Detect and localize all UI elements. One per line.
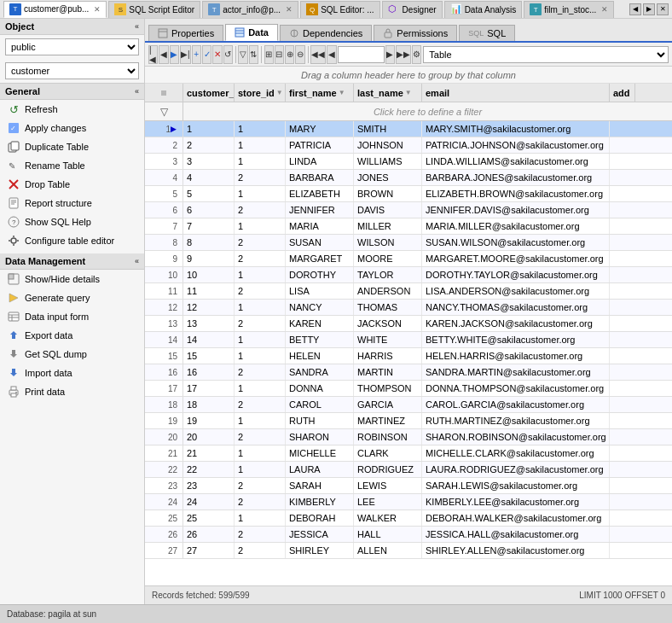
cell-customer_id[interactable]: 20 — [183, 429, 235, 445]
cell-store_id[interactable]: 1 — [235, 445, 286, 461]
cell-first_name[interactable]: CAROL — [286, 397, 354, 412]
tab-prev-btn[interactable]: ◀ — [629, 3, 641, 15]
cell-customer_id[interactable]: 6 — [183, 202, 235, 218]
save-btn[interactable]: ✓ — [202, 45, 211, 64]
nav-prev-btn[interactable]: ◀ — [159, 45, 168, 64]
cell-email[interactable]: SARAH.LEWIS@sakilacustomer.org — [422, 478, 610, 493]
export-item[interactable]: Export data — [0, 326, 144, 345]
cell-first_name[interactable]: BETTY — [286, 332, 354, 347]
cell-first_name[interactable]: ELIZABETH — [286, 186, 354, 201]
table-row[interactable]: 18182CAROLGARCIACAROL.GARCIA@sakilacusto… — [145, 397, 672, 413]
cell-store_id[interactable]: 2 — [235, 478, 286, 493]
nav-last-btn[interactable]: + — [192, 45, 201, 64]
cell-first_name[interactable]: LAURA — [286, 462, 354, 477]
cell-first_name[interactable]: DOROTHY — [286, 267, 354, 282]
cell-store_id[interactable]: 1 — [235, 348, 286, 364]
apply-item[interactable]: ✓ Apply changes — [0, 119, 144, 137]
table-row[interactable]: 19191RUTHMARTINEZRUTH.MARTINEZ@sakilacus… — [145, 413, 672, 429]
cell-store_id[interactable]: 2 — [235, 170, 286, 185]
tab-film[interactable]: T film_in_stoc... ✕ — [524, 1, 614, 18]
schema-select[interactable]: public — [5, 38, 139, 55]
table-row[interactable]: 442BARBARAJONESBARBARA.JONES@sakilacusto… — [145, 170, 672, 186]
nav-first-btn[interactable]: |◀ — [148, 45, 158, 64]
cell-first_name[interactable]: DEBORAH — [286, 510, 354, 526]
tab-designer[interactable]: ⬡ Designer — [382, 1, 443, 18]
cell-email[interactable]: DEBORAH.WALKER@sakilacustomer.org — [422, 510, 610, 526]
prev-page-btn[interactable]: ◀◀ — [310, 45, 326, 64]
cell-email[interactable]: CAROL.GARCIA@sakilacustomer.org — [422, 397, 610, 412]
limit-input[interactable]: 1000 — [338, 46, 385, 63]
tab-permissions[interactable]: Permissions — [374, 25, 457, 41]
sqldump-item[interactable]: Get SQL dump — [0, 345, 144, 364]
cell-first_name[interactable]: SHIRLEY — [286, 543, 354, 558]
cell-email[interactable]: DONNA.THOMPSON@sakilacustomer.org — [422, 381, 610, 396]
table-row[interactable]: 771MARIAMILLERMARIA.MILLER@sakilacustome… — [145, 218, 672, 235]
table-row[interactable]: 551ELIZABETHBROWNELIZABETH.BROWN@sakilac… — [145, 186, 672, 202]
col-header-last-name[interactable]: last_name ▼ — [354, 84, 422, 102]
cell-store_id[interactable]: 1 — [235, 267, 286, 282]
table-type-select[interactable]: Table — [423, 46, 669, 63]
cell-store_id[interactable]: 2 — [235, 283, 286, 299]
cell-first_name[interactable]: MARGARET — [286, 251, 354, 266]
ungroup-btn[interactable]: ⊟ — [275, 45, 284, 64]
table-row[interactable]: 662JENNIFERDAVISJENNIFER.DAVIS@sakilacus… — [145, 202, 672, 218]
cell-last_name[interactable]: CLARK — [354, 445, 422, 461]
cell-store_id[interactable]: 2 — [235, 251, 286, 266]
col-header-customer-id[interactable]: customer_id ▼ — [183, 84, 235, 102]
cell-store_id[interactable]: 2 — [235, 316, 286, 331]
cell-last_name[interactable]: WILLIAMS — [354, 154, 422, 169]
cell-email[interactable]: ELIZABETH.BROWN@sakilacustomer.org — [422, 186, 610, 201]
cell-customer_id[interactable]: 1 — [183, 121, 235, 137]
table-row[interactable]: 16162SANDRAMARTINSANDRA.MARTIN@sakilacus… — [145, 364, 672, 381]
cell-last_name[interactable]: ROBINSON — [354, 429, 422, 445]
duplicate-item[interactable]: Duplicate Table — [0, 137, 144, 156]
cell-last_name[interactable]: MARTINEZ — [354, 413, 422, 428]
table-row[interactable]: 12121NANCYTHOMASNANCY.THOMAS@sakilacusto… — [145, 300, 672, 316]
sort-btn[interactable]: ⇅ — [249, 45, 258, 64]
cell-store_id[interactable]: 2 — [235, 543, 286, 558]
cell-store_id[interactable]: 2 — [235, 202, 286, 218]
cell-email[interactable]: SHIRLEY.ALLEN@sakilacustomer.org — [422, 543, 610, 558]
cell-first_name[interactable]: SUSAN — [286, 235, 354, 250]
cell-customer_id[interactable]: 9 — [183, 251, 235, 266]
cell-last_name[interactable]: ANDERSON — [354, 283, 422, 299]
col-header-store-id[interactable]: store_id ▼ — [235, 84, 286, 102]
tab-sqleditor[interactable]: Q SQL Editor: ... — [300, 1, 379, 18]
cell-store_id[interactable]: 1 — [235, 462, 286, 477]
print-item[interactable]: Print data — [0, 382, 144, 401]
config-item[interactable]: Configure table editor — [0, 231, 144, 250]
cell-customer_id[interactable]: 11 — [183, 283, 235, 299]
cell-last_name[interactable]: LEWIS — [354, 478, 422, 493]
cell-last_name[interactable]: MARTIN — [354, 364, 422, 380]
cell-store_id[interactable]: 1 — [235, 381, 286, 396]
general-header[interactable]: General « — [0, 84, 144, 100]
cell-email[interactable]: HELEN.HARRIS@sakilacustomer.org — [422, 348, 610, 364]
rename-item[interactable]: ✎ Rename Table — [0, 156, 144, 175]
cell-last_name[interactable]: RODRIGUEZ — [354, 462, 422, 477]
cell-customer_id[interactable]: 22 — [183, 462, 235, 477]
cell-last_name[interactable]: DAVIS — [354, 202, 422, 218]
table-row[interactable]: 26262JESSICAHALLJESSICA.HALL@sakilacusto… — [145, 527, 672, 543]
cell-first_name[interactable]: NANCY — [286, 300, 354, 315]
refresh-item[interactable]: ↺ Refresh — [0, 100, 144, 119]
table-row[interactable]: 23232SARAHLEWISSARAH.LEWIS@sakilacustome… — [145, 478, 672, 494]
cell-store_id[interactable]: 1 — [235, 218, 286, 234]
cell-email[interactable]: MARY.SMITH@sakilacustomer.org — [422, 121, 610, 137]
cell-store_id[interactable]: 1 — [235, 121, 286, 137]
cell-customer_id[interactable]: 5 — [183, 186, 235, 201]
next-btn[interactable]: ▶ — [385, 45, 395, 64]
tab-properties[interactable]: Properties — [148, 25, 223, 41]
table-row[interactable]: 11112LISAANDERSONLISA.ANDERSON@sakilacus… — [145, 283, 672, 300]
cell-customer_id[interactable]: 12 — [183, 300, 235, 315]
cell-store_id[interactable]: 1 — [235, 332, 286, 347]
cell-last_name[interactable]: GARCIA — [354, 397, 422, 412]
group-btn[interactable]: ⊞ — [264, 45, 274, 64]
expand-btn[interactable]: ⊕ — [285, 45, 294, 64]
cell-first_name[interactable]: BARBARA — [286, 170, 354, 185]
tab-actor[interactable]: T actor_info@p... ✕ — [202, 1, 298, 18]
table-row[interactable]: 221PATRICIAJOHNSONPATRICIA.JOHNSON@sakil… — [145, 137, 672, 154]
cell-email[interactable]: LINDA.WILLIAMS@sakilacustomer.org — [422, 154, 610, 169]
table-row[interactable]: 882SUSANWILSONSUSAN.WILSON@sakilacustome… — [145, 235, 672, 251]
cell-email[interactable]: MICHELLE.CLARK@sakilacustomer.org — [422, 445, 610, 461]
table-row[interactable]: 10101DOROTHYTAYLORDOROTHY.TAYLOR@sakilac… — [145, 267, 672, 283]
